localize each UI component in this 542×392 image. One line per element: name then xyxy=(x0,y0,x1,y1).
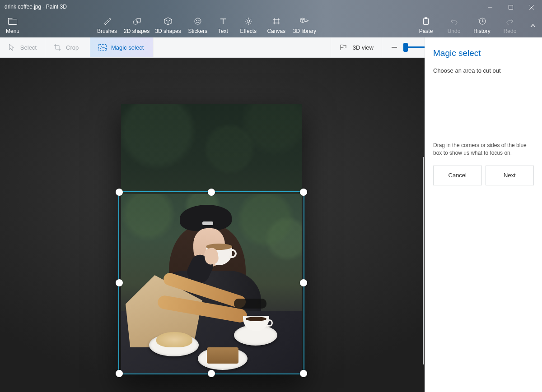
library3d-label: 3D library xyxy=(293,28,316,34)
select-label: Select xyxy=(20,44,37,51)
redo-icon xyxy=(506,16,514,26)
canvas-label: Canvas xyxy=(267,28,285,34)
svg-point-11 xyxy=(247,20,250,23)
undo-label: Undo xyxy=(448,28,461,34)
next-button[interactable]: Next xyxy=(486,166,534,185)
paste-label: Paste xyxy=(419,28,433,34)
magic-select-icon xyxy=(98,43,107,51)
shapes2d-button[interactable]: 2D shapes xyxy=(121,14,152,37)
svg-line-16 xyxy=(246,18,247,19)
crop-tool[interactable]: Crop xyxy=(45,37,90,57)
canvas-area[interactable] xyxy=(0,58,425,392)
brush-icon xyxy=(103,16,111,26)
svg-line-17 xyxy=(250,23,251,24)
svg-point-10 xyxy=(198,20,199,21)
menu-button[interactable]: Menu xyxy=(0,14,25,37)
folder-icon xyxy=(8,16,17,26)
canvas-icon xyxy=(272,16,280,26)
side-panel: Magic select Choose an area to cut out D… xyxy=(425,37,542,392)
minimize-button[interactable] xyxy=(480,0,500,14)
history-icon xyxy=(478,16,486,26)
undo-button[interactable]: Undo xyxy=(440,14,468,37)
magic-select-label: Magic select xyxy=(111,44,144,51)
handle-sw[interactable] xyxy=(116,370,123,377)
svg-rect-7 xyxy=(137,18,140,22)
flag3d-icon xyxy=(339,43,347,51)
sticker-icon xyxy=(194,16,202,26)
handle-n[interactable] xyxy=(208,189,215,196)
chevron-up-icon xyxy=(530,23,536,28)
scrollbar[interactable] xyxy=(423,157,424,364)
svg-point-8 xyxy=(195,18,201,24)
zoom-out-button[interactable] xyxy=(389,42,399,52)
panel-subtitle: Choose an area to cut out xyxy=(433,67,534,74)
panel-instruction: Drag in the corners or sides of the blue… xyxy=(433,142,534,157)
history-button[interactable]: History xyxy=(468,14,496,37)
svg-point-9 xyxy=(196,20,197,21)
svg-line-18 xyxy=(246,23,247,24)
zoom-slider-thumb[interactable] xyxy=(403,43,408,52)
effects-button[interactable]: Effects xyxy=(234,14,262,37)
cursor-icon xyxy=(8,43,16,51)
ribbon: Menu Brushes 2D shapes 3D shapes Stic xyxy=(0,14,542,37)
brushes-label: Brushes xyxy=(97,28,117,34)
title-bar: drink coffee.jpg - Paint 3D xyxy=(0,0,542,14)
cancel-label: Cancel xyxy=(449,172,467,179)
svg-rect-4 xyxy=(9,19,17,25)
handle-e[interactable] xyxy=(300,279,307,286)
view3d-button[interactable]: 3D view xyxy=(331,37,382,57)
shapes2d-icon xyxy=(132,16,141,26)
shapes3d-button[interactable]: 3D shapes xyxy=(152,14,183,37)
close-button[interactable] xyxy=(521,0,542,14)
canvas-button[interactable]: Canvas xyxy=(262,14,290,37)
next-label: Next xyxy=(504,172,516,179)
handle-se[interactable] xyxy=(300,370,307,377)
menu-label: Menu xyxy=(6,28,19,34)
magic-select-tool[interactable]: Magic select xyxy=(90,37,154,57)
svg-line-19 xyxy=(250,18,251,19)
clipboard-icon xyxy=(422,16,430,26)
brushes-button[interactable]: Brushes xyxy=(93,14,121,37)
crop-label: Crop xyxy=(66,44,79,51)
stickers-label: Stickers xyxy=(188,28,207,34)
cube-icon xyxy=(164,16,172,26)
minus-icon xyxy=(391,44,397,51)
paste-button[interactable]: Paste xyxy=(412,14,440,37)
svg-point-5 xyxy=(109,18,111,20)
text-label: Text xyxy=(218,28,228,34)
handle-s[interactable] xyxy=(208,370,215,377)
shapes2d-label: 2D shapes xyxy=(124,28,150,34)
history-label: History xyxy=(473,28,490,34)
select-tool[interactable]: Select xyxy=(0,37,45,57)
library3d-button[interactable]: 3D library xyxy=(290,14,319,37)
handle-nw[interactable] xyxy=(116,189,123,196)
cancel-button[interactable]: Cancel xyxy=(433,166,482,185)
maximize-button[interactable] xyxy=(500,0,521,14)
stickers-button[interactable]: Stickers xyxy=(184,14,212,37)
text-button[interactable]: Text xyxy=(212,14,234,37)
shapes3d-label: 3D shapes xyxy=(155,28,181,34)
effects-icon xyxy=(244,16,252,26)
svg-rect-21 xyxy=(424,18,429,25)
handle-w[interactable] xyxy=(116,279,123,286)
text-icon xyxy=(220,16,227,26)
panel-heading: Magic select xyxy=(433,48,534,58)
redo-button[interactable]: Redo xyxy=(496,14,524,37)
crop-icon xyxy=(53,43,61,51)
svg-rect-20 xyxy=(275,19,278,23)
handle-ne[interactable] xyxy=(300,189,307,196)
effects-label: Effects xyxy=(240,28,257,34)
redo-label: Redo xyxy=(504,28,517,34)
window-title: drink coffee.jpg - Paint 3D xyxy=(5,4,67,10)
svg-rect-1 xyxy=(509,5,513,9)
expand-ribbon-button[interactable] xyxy=(524,14,542,37)
window-controls xyxy=(480,0,542,14)
view3d-label: 3D view xyxy=(353,44,374,51)
undo-icon xyxy=(450,16,458,26)
canvas-image[interactable] xyxy=(121,104,302,374)
library-icon xyxy=(300,16,309,26)
